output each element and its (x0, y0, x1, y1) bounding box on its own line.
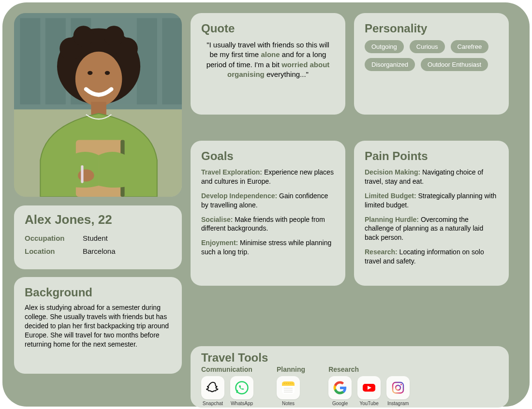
svg-point-14 (105, 71, 110, 75)
svg-point-24 (284, 383, 285, 384)
svg-rect-6 (162, 18, 182, 104)
google-icon (328, 376, 352, 399)
app-label: Snapchat (203, 401, 223, 406)
personality-pills: Outgoing Curious Carefree Disorganized O… (365, 40, 498, 71)
youtube-icon (357, 376, 381, 399)
app-youtube: YouTube (357, 376, 381, 406)
persona-name: Alex Jones, 22 (25, 212, 171, 227)
svg-point-25 (286, 383, 287, 384)
painpoints-heading: Pain Points (365, 149, 498, 163)
app-label: Google (332, 401, 348, 406)
notes-icon (277, 376, 300, 399)
tools-group-label: Research (328, 365, 410, 373)
personality-pill: Carefree (451, 40, 489, 53)
quote-card: Quote "I usually travel with friends so … (191, 13, 345, 115)
identity-card: Alex Jones, 22 Occupation Student Locati… (14, 205, 182, 269)
tools-groups: Communication Snapchat (201, 365, 498, 406)
goals-heading: Goals (201, 149, 335, 163)
tools-group-research: Research Google (328, 365, 410, 406)
tools-group-label: Communication (201, 365, 253, 373)
svg-rect-19 (81, 165, 83, 183)
svg-point-18 (78, 169, 94, 181)
app-label: YouTube (359, 401, 378, 406)
personality-pill: Curious (410, 40, 445, 53)
goals-list: Travel Exploration: Experience new place… (201, 168, 335, 257)
svg-point-35 (400, 384, 402, 385)
app-label: WhatsApp (231, 401, 253, 406)
personality-card: Personality Outgoing Curious Carefree Di… (354, 13, 509, 115)
painpoints-card: Pain Points Decision Making: Navigating … (354, 141, 509, 286)
location-value: Barcelona (83, 247, 171, 255)
instagram-icon (386, 376, 410, 399)
svg-point-12 (75, 52, 122, 106)
quote-text: "I usually travel with friends so this w… (201, 40, 335, 79)
background-card: Background Alex is studying abroad for a… (14, 277, 182, 374)
persona-photo (14, 13, 182, 197)
svg-rect-2 (20, 18, 40, 104)
app-label: Notes (282, 401, 295, 406)
background-text: Alex is studying abroad for a semester d… (25, 303, 171, 349)
svg-rect-23 (282, 384, 295, 386)
background-heading: Background (25, 286, 171, 299)
tools-card: Travel Tools Communication Snapchat (191, 346, 509, 408)
svg-point-10 (74, 26, 94, 46)
svg-point-26 (288, 383, 289, 384)
whatsapp-icon (230, 376, 253, 399)
goals-card: Goals Travel Exploration: Experience new… (191, 141, 345, 286)
occupation-value: Student (83, 234, 171, 242)
quote-heading: Quote (201, 22, 335, 35)
app-notes: Notes (277, 376, 300, 406)
svg-point-13 (88, 71, 92, 75)
occupation-label: Occupation (25, 234, 83, 242)
tools-group-planning: Planning (277, 365, 305, 406)
app-google: Google (328, 376, 352, 406)
persona-canvas: Quote "I usually travel with friends so … (2, 2, 530, 407)
svg-point-11 (104, 26, 124, 46)
personality-pill: Outgoing (365, 40, 404, 53)
app-instagram: Instagram (386, 376, 410, 406)
personality-pill: Outdoor Enthusiast (421, 58, 488, 71)
app-whatsapp: WhatsApp (230, 376, 253, 406)
tools-group-communication: Communication Snapchat (201, 365, 253, 406)
painpoints-list: Decision Making: Navigating choice of tr… (365, 168, 498, 266)
svg-point-28 (292, 383, 293, 384)
tools-heading: Travel Tools (201, 351, 498, 365)
app-label: Instagram (387, 401, 409, 406)
svg-point-27 (290, 383, 291, 384)
location-label: Location (25, 247, 83, 255)
svg-point-34 (396, 385, 400, 390)
svg-rect-33 (393, 382, 403, 393)
app-snapchat: Snapchat (201, 376, 224, 406)
tools-group-label: Planning (277, 365, 305, 373)
personality-heading: Personality (365, 22, 498, 35)
svg-rect-15 (91, 102, 106, 115)
personality-pill: Disorganized (365, 58, 415, 71)
snapchat-icon (201, 376, 224, 399)
